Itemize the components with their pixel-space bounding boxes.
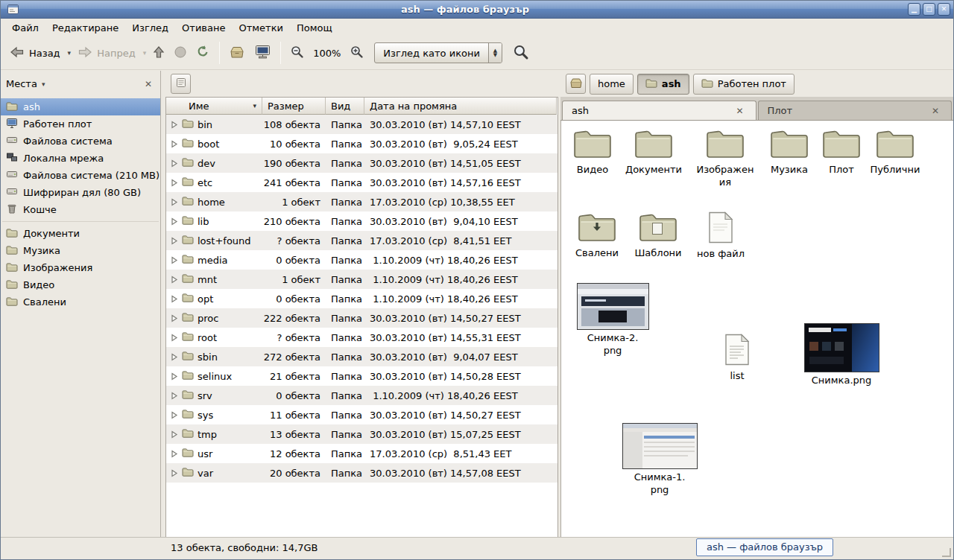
- sidebar-item-4[interactable]: Файлова система (210 MB): [1, 167, 160, 184]
- menu-item-2[interactable]: Изглед: [125, 20, 175, 36]
- stop-button[interactable]: [169, 42, 192, 65]
- table-row[interactable]: bin108 обектаПапка30.03.2010 (вт) 14,57,…: [166, 115, 557, 134]
- back-dropdown-icon[interactable]: ▾: [66, 49, 74, 57]
- titlebar[interactable]: ash — файлов браузър ▁ □ ✕: [1, 1, 953, 19]
- icon-item-list[interactable]: list: [707, 334, 767, 383]
- expander-icon[interactable]: [170, 121, 178, 129]
- table-row[interactable]: mnt1 обектПапка 1.10.2009 (чт) 18,40,26 …: [166, 270, 557, 289]
- up-button[interactable]: [148, 42, 169, 65]
- breadcrumb-home[interactable]: home: [590, 74, 634, 95]
- pane-notebook-button[interactable]: [171, 74, 191, 94]
- expander-icon[interactable]: [170, 276, 178, 284]
- expander-icon[interactable]: [170, 159, 178, 168]
- expander-icon[interactable]: [170, 430, 178, 439]
- sidebar-close-button[interactable]: ✕: [142, 78, 155, 90]
- zoom-out-button[interactable]: [285, 41, 309, 65]
- table-row[interactable]: selinux21 обектаПапка30.03.2010 (вт) 14,…: [166, 366, 557, 386]
- breadcrumb-ash[interactable]: ash: [637, 74, 689, 95]
- expander-icon[interactable]: [170, 469, 178, 477]
- expander-icon[interactable]: [170, 411, 178, 419]
- table-row[interactable]: root? обектаПапка30.03.2010 (вт) 14,55,3…: [166, 328, 557, 347]
- table-row[interactable]: srv0 обектаПапка 1.10.2009 (чт) 18,40,26…: [166, 386, 557, 405]
- close-button[interactable]: ✕: [938, 3, 950, 16]
- expander-icon[interactable]: [170, 372, 178, 381]
- view-mode-select[interactable]: Изглед като икони ▲▼: [374, 42, 502, 63]
- tab-close-button[interactable]: ✕: [929, 105, 942, 117]
- menu-item-1[interactable]: Редактиране: [45, 20, 125, 36]
- table-row[interactable]: dev190 обектаПапка30.03.2010 (вт) 14,51,…: [166, 153, 557, 173]
- table-row[interactable]: opt0 обектаПапка 1.10.2009 (чт) 18,40,26…: [166, 289, 557, 308]
- expander-icon[interactable]: [170, 140, 178, 148]
- expander-icon[interactable]: [170, 217, 178, 226]
- expander-icon[interactable]: [170, 392, 178, 400]
- computer-button[interactable]: [250, 40, 276, 66]
- table-row[interactable]: tmp13 обектаПапка30.03.2010 (вт) 15,07,2…: [166, 424, 557, 444]
- icon-item-Снимка.png[interactable]: Снимка.png: [801, 323, 882, 387]
- forward-button[interactable]: Напред: [73, 42, 140, 64]
- column-header-1[interactable]: Размер: [262, 98, 326, 115]
- icon-item-Снимка-1.-png[interactable]: Снимка-1. png: [619, 423, 700, 497]
- reload-button[interactable]: [192, 41, 215, 65]
- zoom-in-button[interactable]: [345, 41, 368, 65]
- sidebar-item-10[interactable]: Видео: [1, 276, 160, 293]
- maximize-button[interactable]: □: [923, 3, 935, 16]
- home-button[interactable]: [224, 41, 250, 65]
- icon-item-Снимка-2.-png[interactable]: Снимка-2. png: [572, 283, 653, 357]
- tab-close-button[interactable]: ✕: [733, 105, 746, 117]
- table-row[interactable]: usr12 обектаПапка17.03.2010 (ср) 8,51,43…: [166, 444, 557, 463]
- icon-item-Музика[interactable]: Музика: [759, 128, 819, 176]
- back-button[interactable]: Назад: [5, 42, 66, 64]
- table-row[interactable]: var20 обектаПапка30.03.2010 (вт) 14,57,0…: [166, 463, 557, 483]
- icon-item-Документи[interactable]: Документи: [624, 128, 683, 176]
- search-button[interactable]: [508, 40, 534, 66]
- sidebar-item-3[interactable]: Локална мрежа: [1, 150, 160, 167]
- table-row[interactable]: home1 обектПапка17.03.2010 (ср) 10,38,55…: [166, 192, 557, 211]
- icon-item-Шаблони[interactable]: Шаблони: [628, 211, 688, 260]
- icon-item-Изображен-ия[interactable]: Изображен ия: [695, 128, 755, 189]
- sidebar-item-2[interactable]: Файлова система: [1, 133, 160, 150]
- icon-item-Публични[interactable]: Публични: [865, 128, 925, 176]
- column-header-2[interactable]: Вид: [326, 98, 364, 115]
- table-row[interactable]: media0 обектаПапка 1.10.2009 (чт) 18,40,…: [166, 250, 557, 270]
- breadcrumb-Работен плот[interactable]: Работен плот: [693, 74, 795, 95]
- menu-item-5[interactable]: Помощ: [290, 20, 339, 36]
- expander-icon[interactable]: [170, 256, 178, 264]
- menu-item-4[interactable]: Отметки: [232, 20, 289, 36]
- menu-item-3[interactable]: Отиване: [175, 20, 232, 36]
- table-row[interactable]: sbin272 обектаПапка30.03.2010 (вт) 9,04,…: [166, 347, 557, 366]
- table-row[interactable]: lost+found? обектаПапка17.03.2010 (ср) 8…: [166, 231, 557, 250]
- sidebar-item-0[interactable]: ash: [1, 98, 160, 115]
- sidebar-item-1[interactable]: Работен плот: [1, 115, 160, 133]
- column-header-3[interactable]: Дата на промяна: [364, 98, 557, 115]
- table-row[interactable]: lib210 обектаПапка30.03.2010 (вт) 9,04,1…: [166, 211, 557, 231]
- sidebar-item-8[interactable]: Музика: [1, 242, 160, 259]
- sidebar-item-9[interactable]: Изображения: [1, 259, 160, 276]
- expander-icon[interactable]: [170, 314, 178, 322]
- tab-Плот[interactable]: Плот✕: [758, 101, 953, 120]
- table-row[interactable]: etc241 обектаПапка30.03.2010 (вт) 14,57,…: [166, 173, 557, 192]
- expander-icon[interactable]: [170, 179, 178, 187]
- icon-item-нов-файл[interactable]: нов файл: [691, 211, 751, 261]
- icon-view[interactable]: ВидеоДокументиИзображен ияМузикаПлотПубл…: [560, 121, 953, 537]
- table-row[interactable]: proc222 обектаПапка30.03.2010 (вт) 14,50…: [166, 308, 557, 328]
- table-row[interactable]: sys11 обектаПапка30.03.2010 (вт) 14,50,2…: [166, 405, 557, 424]
- resize-grip[interactable]: [942, 548, 951, 557]
- forward-dropdown-icon[interactable]: ▾: [141, 49, 149, 57]
- sidebar-item-6[interactable]: Кошче: [1, 201, 160, 218]
- icon-item-Плот[interactable]: Плот: [812, 128, 871, 176]
- expander-icon[interactable]: [170, 198, 178, 206]
- column-header-0[interactable]: Име▾: [166, 98, 262, 115]
- expander-icon[interactable]: [170, 450, 178, 458]
- table-row[interactable]: boot10 обектаПапка30.03.2010 (вт) 9,05,2…: [166, 134, 557, 153]
- places-drawer-button[interactable]: [566, 74, 586, 94]
- icon-item-Видео[interactable]: Видео: [563, 128, 622, 176]
- icon-item-Свалени[interactable]: Свалени: [567, 211, 627, 260]
- tab-ash[interactable]: ash✕: [562, 101, 756, 120]
- expander-icon[interactable]: [170, 334, 178, 342]
- spinner-arrows-icon[interactable]: ▲▼: [488, 43, 502, 63]
- places-selector[interactable]: Места ▾: [6, 78, 47, 89]
- minimize-button[interactable]: ▁: [908, 3, 920, 16]
- expander-icon[interactable]: [170, 353, 178, 361]
- sidebar-item-7[interactable]: Документи: [1, 225, 160, 242]
- expander-icon[interactable]: [170, 237, 178, 245]
